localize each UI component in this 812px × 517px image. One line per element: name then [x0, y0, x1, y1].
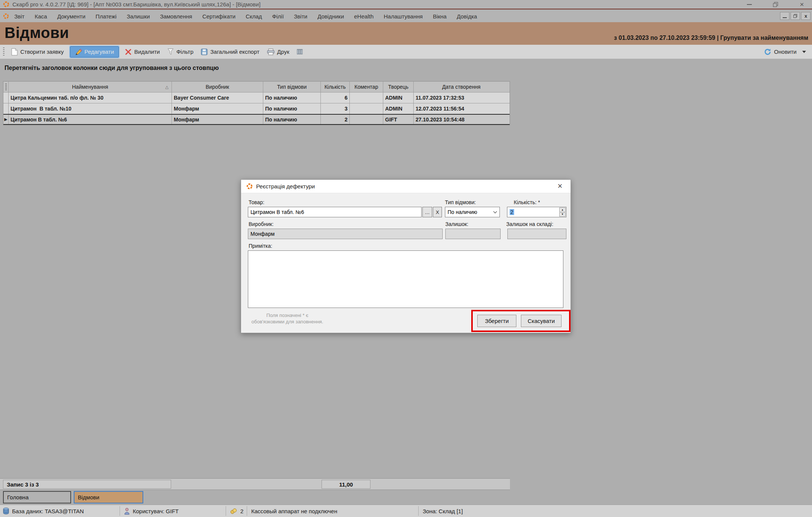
column-header-name[interactable]: Найменування△: [9, 82, 172, 92]
tab-Головна[interactable]: Головна: [3, 491, 71, 503]
mdi-minimize-button[interactable]: [780, 12, 789, 20]
database-icon: [3, 508, 9, 515]
cell-creator: ADMIN: [383, 103, 414, 114]
cell-type: По наличию: [263, 92, 321, 103]
window-title: Скарб pro v. 4.0.2.77 [ІД: 969] - [Апт №…: [12, 1, 261, 8]
note-textarea[interactable]: [248, 250, 563, 308]
restore-icon: [773, 2, 778, 7]
column-header-type[interactable]: Тип відмови: [263, 82, 321, 92]
menu-item-Філії[interactable]: Філії: [272, 13, 284, 20]
chevron-down-icon: [493, 211, 497, 214]
database-status: База даних: TASA3@TITAN: [3, 505, 84, 517]
product-value: Цитрамон В табл. №6: [250, 209, 304, 215]
page-header-band: Відмови з 01.03.2023 по 27.10.2023 23:59…: [0, 22, 812, 45]
cash-register-status: Кассовый аппарат не подключен: [251, 505, 337, 517]
column-header-creator[interactable]: Творець: [383, 82, 414, 92]
coins-icon: [230, 508, 237, 514]
columns-button[interactable]: [293, 49, 307, 55]
note-label: Примітка:: [249, 243, 272, 249]
cell-marker: [3, 103, 9, 114]
create-request-button[interactable]: Створити заявку: [8, 48, 68, 56]
header-grip-cell: [3, 82, 9, 92]
menu-item-eHealth[interactable]: eHealth: [354, 13, 374, 20]
floppy-disk-icon: [201, 49, 208, 55]
column-header-producer[interactable]: Виробник: [172, 82, 263, 92]
cell-qty: 2: [321, 115, 350, 124]
table-row[interactable]: ▶Цитрамон В табл. №6МонфармПо наличию2GI…: [3, 114, 510, 125]
quantity-input[interactable]: 2 ▲ ▼: [507, 207, 566, 217]
grid-footer: Запис 3 із 3 11,00: [0, 478, 510, 490]
user-label: Користувач: GIFT: [133, 508, 179, 514]
cell-marker: ▶: [3, 115, 9, 124]
menu-item-Склад[interactable]: Склад: [246, 13, 262, 20]
edit-label: Редагувати: [85, 49, 114, 55]
menu-item-Довідка[interactable]: Довідка: [457, 13, 477, 20]
cell-qty: 3: [321, 103, 350, 114]
dialog-close-icon[interactable]: ×: [555, 181, 565, 191]
menu-item-Звіти[interactable]: Звіти: [294, 13, 308, 20]
filter-button[interactable]: Фільтр: [164, 48, 197, 55]
save-button[interactable]: Зберегти: [477, 315, 516, 327]
create-request-label: Створити заявку: [20, 49, 64, 55]
defect-registration-dialog: Реєстрація дефектури × Товар: Цитрамон В…: [241, 179, 571, 333]
red-annotation-rectangle: Зберегти Скасувати: [471, 310, 571, 332]
cell-marker: [3, 92, 9, 103]
product-browse-button[interactable]: …: [422, 207, 432, 217]
menu-item-Каса[interactable]: Каса: [35, 13, 47, 20]
column-header-qty[interactable]: Кількість: [321, 82, 350, 92]
menu-items: ЗвітКасаДокументиПлатежіЗалишкиЗамовленн…: [14, 13, 477, 20]
counter-label: 2: [240, 508, 243, 514]
product-label: Товар:: [249, 199, 264, 205]
column-header-comment[interactable]: Коментар: [350, 82, 383, 92]
refresh-icon: [764, 48, 771, 56]
cell-created: 12.07.2023 11:56:54: [414, 103, 509, 114]
zone-label: Зона: Склад [1]: [423, 508, 463, 514]
menu-item-Сертифікати[interactable]: Сертифікати: [202, 13, 235, 20]
column-header-created[interactable]: Дата створення: [414, 82, 509, 92]
menu-item-Залишки[interactable]: Залишки: [127, 13, 150, 20]
delete-label: Видалити: [134, 49, 160, 55]
menu-item-Платежі[interactable]: Платежі: [96, 13, 117, 20]
mdi-close-button[interactable]: x: [801, 12, 810, 20]
cell-name: Цитрамон В табл. №6: [9, 115, 172, 124]
product-clear-button[interactable]: X: [433, 207, 442, 217]
menu-item-Звіт[interactable]: Звіт: [14, 13, 24, 20]
print-button[interactable]: Друк: [263, 49, 293, 55]
quantity-value: 2: [510, 209, 514, 215]
toolbar-grip-handle[interactable]: [3, 47, 5, 56]
date-range-label: з 01.03.2023 по 27.10.2023 23:59:59 | Гр…: [614, 35, 808, 41]
product-input[interactable]: Цитрамон В табл. №6: [248, 207, 422, 217]
tab-Відмови[interactable]: Відмови: [74, 491, 143, 503]
menu-item-Довідники[interactable]: Довідники: [317, 13, 344, 20]
bottom-tabs: ГоловнаВідмови: [3, 491, 143, 503]
required-fields-note-line2: обов'язковими для заповнення.: [248, 318, 327, 325]
cancel-button[interactable]: Скасувати: [521, 315, 562, 327]
qty-spin-up-button[interactable]: ▲: [559, 208, 566, 212]
refresh-dropdown-icon[interactable]: [802, 51, 806, 53]
edit-button[interactable]: Редагувати: [70, 46, 119, 58]
minimize-button[interactable]: [743, 0, 756, 9]
restore-button[interactable]: [769, 0, 782, 9]
table-row[interactable]: Цитра Кальцемин таб. п/о фл. № 30Bayer C…: [3, 92, 510, 103]
sort-ascending-icon: △: [165, 85, 168, 89]
export-button[interactable]: Загальний експорт: [197, 49, 263, 55]
menu-bar: ЗвітКасаДокументиПлатежіЗалишкиЗамовленн…: [0, 10, 812, 22]
cell-comment: [350, 115, 383, 124]
table-row[interactable]: Цитрамон В табл. №10МонфармПо наличию3AD…: [3, 103, 510, 114]
menu-item-Налаштування[interactable]: Налаштування: [384, 13, 423, 20]
close-button[interactable]: ×: [795, 0, 808, 9]
grip-icon: [5, 83, 7, 90]
mdi-restore-button[interactable]: [791, 12, 800, 20]
app-logo-icon: [3, 1, 9, 8]
delete-button[interactable]: Видалити: [121, 49, 164, 55]
cell-comment: [350, 92, 383, 103]
dialog-title-bar: Реєстрація дефектури ×: [241, 180, 571, 193]
menu-item-Вікна[interactable]: Вікна: [433, 13, 447, 20]
table-header-row: Найменування△ВиробникТип відмовиКількіст…: [3, 82, 510, 92]
qty-spin-down-button[interactable]: ▼: [559, 212, 566, 217]
refresh-button[interactable]: Оновити: [760, 48, 810, 56]
filter-label: Фільтр: [176, 49, 193, 55]
menu-item-Документи[interactable]: Документи: [57, 13, 85, 20]
menu-item-Замовлення[interactable]: Замовлення: [160, 13, 192, 20]
refusal-type-select[interactable]: По наличию: [445, 207, 500, 217]
